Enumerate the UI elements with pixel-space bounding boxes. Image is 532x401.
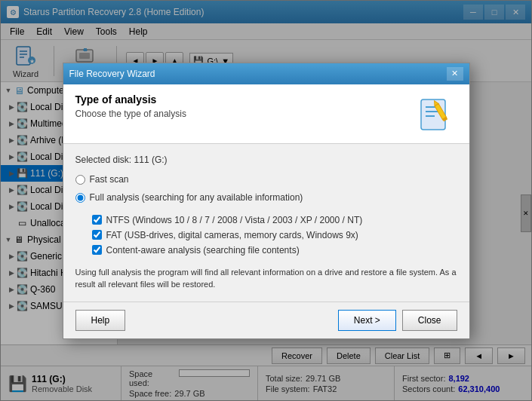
- modal-footer-right: Next > Close: [338, 310, 457, 331]
- modal-title: File Recovery Wizard: [69, 69, 155, 79]
- modal-close-button[interactable]: ✕: [447, 67, 463, 81]
- modal-header: Type of analysis Choose the type of anal…: [63, 84, 469, 144]
- modal-titlebar: File Recovery Wizard ✕: [63, 63, 469, 84]
- fast-scan-label: Fast scan: [90, 174, 129, 185]
- full-analysis-label: Full analysis (searching for any availab…: [90, 192, 303, 203]
- info-text: Using full analysis the program will fin…: [75, 266, 457, 291]
- fat-option: FAT (USB-drives, digital cameras, memory…: [92, 230, 457, 240]
- content-aware-checkbox[interactable]: [92, 245, 102, 255]
- modal-header-text: Type of analysis Choose the type of anal…: [75, 93, 186, 119]
- wizard-close-button[interactable]: Close: [402, 310, 457, 331]
- ntfs-label: NTFS (Windows 10 / 8 / 7 / 2008 / Vista …: [106, 215, 363, 225]
- modal-subheading: Choose the type of analysis: [75, 109, 186, 119]
- modal-overlay: File Recovery Wizard ✕ Type of analysis …: [0, 0, 532, 401]
- fat-checkbox[interactable]: [92, 230, 102, 240]
- full-analysis-options: NTFS (Windows 10 / 8 / 7 / 2008 / Vista …: [92, 215, 457, 256]
- modal-footer: Help Next > Close: [63, 302, 469, 338]
- full-analysis-option: Full analysis (searching for any availab…: [75, 192, 457, 203]
- fast-scan-option: Fast scan: [75, 174, 457, 185]
- full-analysis-radio[interactable]: [75, 193, 85, 203]
- fat-label: FAT (USB-drives, digital cameras, memory…: [106, 230, 358, 240]
- modal-body: Selected disk: 111 (G:) Fast scan Full a…: [63, 144, 469, 302]
- ntfs-checkbox[interactable]: [92, 215, 102, 225]
- file-recovery-wizard-dialog: File Recovery Wizard ✕ Type of analysis …: [63, 63, 470, 339]
- analysis-type-radio-group: Fast scan Full analysis (searching for a…: [75, 174, 457, 256]
- modal-heading: Type of analysis: [75, 93, 186, 106]
- content-aware-option: Content-aware analysis (searching file c…: [92, 245, 457, 256]
- help-button[interactable]: Help: [75, 310, 126, 331]
- content-aware-label: Content-aware analysis (searching file c…: [106, 245, 300, 256]
- app-window: ⚙ Starus Partition Recovery 2.8 (Home Ed…: [0, 0, 532, 401]
- fast-scan-radio[interactable]: [75, 175, 85, 185]
- ntfs-option: NTFS (Windows 10 / 8 / 7 / 2008 / Vista …: [92, 215, 457, 225]
- next-button[interactable]: Next >: [338, 310, 396, 331]
- selected-disk-info: Selected disk: 111 (G:): [75, 155, 457, 165]
- modal-header-icon: [415, 93, 457, 136]
